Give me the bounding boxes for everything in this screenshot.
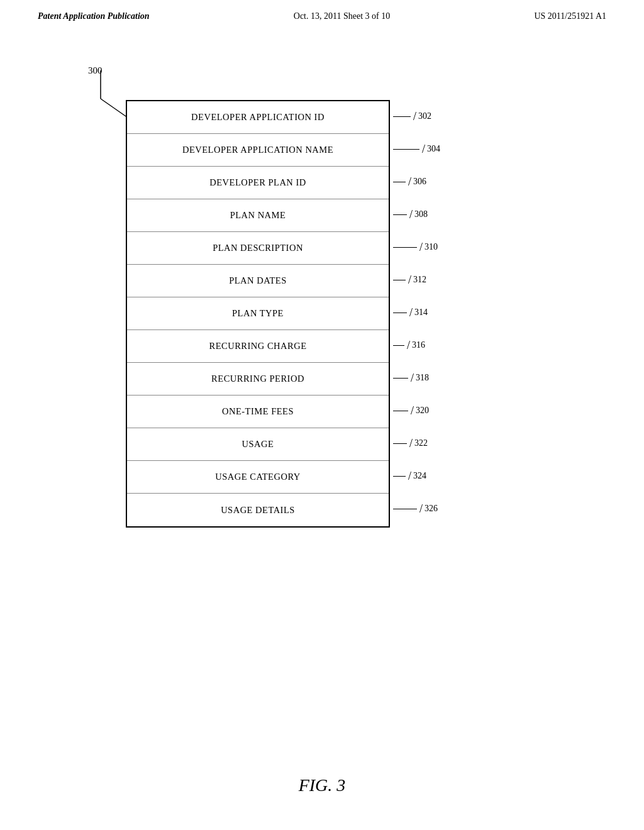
ref-number: 312	[413, 275, 426, 285]
ref-item: /310	[393, 231, 440, 263]
ref-number: 322	[414, 438, 428, 448]
row-label: USAGE CATEGORY	[215, 472, 301, 482]
row-label: USAGE DETAILS	[221, 505, 295, 516]
row-label: DEVELOPER PLAN ID	[209, 177, 306, 188]
ref-number: 318	[416, 373, 429, 383]
ref-line: /312	[393, 274, 426, 285]
header-right: US 2011/251921 A1	[534, 11, 606, 21]
ref-item: /306	[393, 165, 440, 198]
ref-number: 304	[427, 144, 440, 154]
table-row: PLAN TYPE	[127, 297, 389, 330]
table-row: USAGE DETAILS	[127, 494, 389, 526]
header-center: Oct. 13, 2011 Sheet 3 of 10	[294, 11, 390, 21]
ref-number: 316	[412, 340, 425, 350]
row-label: RECURRING CHARGE	[209, 341, 306, 351]
row-label: DEVELOPER APPLICATION NAME	[182, 145, 333, 155]
ref-line: /310	[393, 241, 438, 253]
ref-line: /304	[393, 143, 440, 155]
ref-line: /316	[393, 340, 425, 351]
data-table: DEVELOPER APPLICATION IDDEVELOPER APPLIC…	[126, 100, 390, 528]
row-label: PLAN DESCRIPTION	[213, 243, 303, 253]
ref-line: /302	[393, 111, 431, 122]
ref-item: /326	[393, 492, 440, 525]
row-label: DEVELOPER APPLICATION ID	[191, 112, 325, 123]
ref-line: /320	[393, 405, 429, 416]
svg-line-1	[101, 99, 128, 118]
row-label: PLAN DATES	[229, 275, 287, 286]
table-row: PLAN DATES	[127, 265, 389, 297]
ref-item: /318	[393, 362, 440, 394]
ref-number: 324	[413, 471, 426, 481]
table-row: RECURRING PERIOD	[127, 363, 389, 396]
table-row: USAGE	[127, 428, 389, 461]
table-row: PLAN NAME	[127, 199, 389, 232]
ref-number: 314	[414, 307, 428, 318]
ref-item: /316	[393, 329, 440, 362]
ref-line: /322	[393, 438, 428, 449]
ref-line: /326	[393, 503, 438, 514]
ref-item: /308	[393, 198, 440, 231]
ref-item: /314	[393, 296, 440, 329]
table-row: DEVELOPER PLAN ID	[127, 167, 389, 199]
ref-item: /322	[393, 427, 440, 460]
ref-item: /312	[393, 263, 440, 296]
row-label: USAGE	[242, 439, 274, 450]
ref-number: 306	[413, 177, 426, 187]
main-content: 300 DEVELOPER APPLICATION IDDEVELOPER AP…	[0, 28, 644, 543]
table-row: RECURRING CHARGE	[127, 330, 389, 363]
ref-number: 320	[416, 406, 429, 416]
ref-line: /314	[393, 307, 428, 318]
ref-number: 310	[425, 242, 438, 252]
ref-line: /306	[393, 176, 426, 187]
ref-number: 308	[414, 209, 428, 219]
row-label: PLAN NAME	[230, 210, 286, 221]
ref-number: 326	[425, 504, 438, 514]
table-row: USAGE CATEGORY	[127, 461, 389, 494]
header-left: Patent Application Publication	[38, 11, 150, 21]
table-row: DEVELOPER APPLICATION NAME	[127, 134, 389, 167]
ref-numbers: /302/304/306/308/310/312/314/316/318/320…	[393, 100, 440, 525]
table-row: PLAN DESCRIPTION	[127, 232, 389, 265]
row-label: RECURRING PERIOD	[211, 374, 304, 384]
ref-item: /324	[393, 460, 440, 492]
table-row: ONE-TIME FEES	[127, 396, 389, 428]
figure-label: FIG. 3	[299, 775, 346, 795]
diagram-container: 300 DEVELOPER APPLICATION IDDEVELOPER AP…	[38, 65, 606, 543]
ref-item: /304	[393, 133, 440, 165]
row-label: ONE-TIME FEES	[222, 406, 294, 417]
ref-line: /308	[393, 209, 428, 220]
table-row: DEVELOPER APPLICATION ID	[127, 101, 389, 134]
ref-number: 302	[418, 111, 431, 121]
ref-line: /324	[393, 470, 426, 482]
page-header: Patent Application Publication Oct. 13, …	[0, 0, 644, 28]
row-label: PLAN TYPE	[232, 308, 284, 319]
ref-item: /320	[393, 394, 440, 427]
ref-item: /302	[393, 100, 440, 133]
ref-line: /318	[393, 372, 429, 384]
